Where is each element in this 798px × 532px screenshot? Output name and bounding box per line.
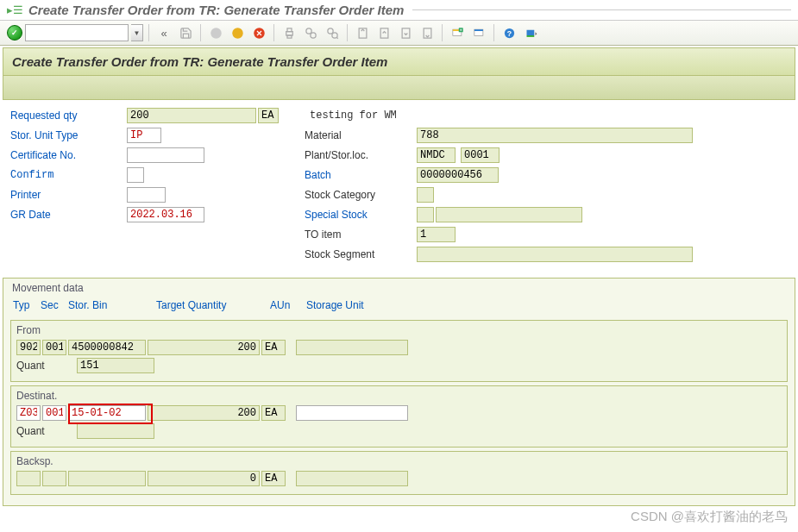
special-stock-num-field	[436, 207, 582, 222]
first-page-icon[interactable]	[353, 23, 372, 42]
command-dropdown[interactable]: ▼	[131, 24, 143, 41]
left-form-column: Requested qty Stor. Unit Type Certificat…	[10, 107, 279, 266]
destinat-title: Destinat.	[16, 390, 782, 402]
testing-text: testing for WM	[310, 110, 397, 122]
stock-category-label: Stock Category	[305, 189, 417, 201]
svg-point-7	[310, 32, 315, 37]
from-typ-field	[16, 340, 41, 355]
certificate-no-label[interactable]: Certificate No.	[10, 149, 127, 161]
window-title-bar: ▸☰ Create Transfer Order from TR: Genera…	[0, 0, 798, 21]
col-sec[interactable]: Sec	[41, 299, 66, 311]
svg-rect-12	[402, 28, 410, 37]
dest-sec-field[interactable]	[42, 405, 66, 421]
find-next-icon[interactable]	[323, 23, 342, 42]
menu-icon[interactable]: ▸☰	[7, 3, 23, 16]
certificate-no-field[interactable]	[127, 147, 204, 163]
requested-qty-label[interactable]: Requested qty	[10, 110, 127, 122]
help-icon[interactable]: ?	[500, 23, 518, 42]
svg-rect-11	[380, 28, 388, 37]
svg-rect-3	[286, 31, 292, 34]
requested-qty-field	[127, 108, 256, 123]
from-qty-field	[148, 340, 260, 355]
plant-stor-label: Plant/Stor.loc.	[305, 149, 417, 161]
right-form-column: testing for WM Material Plant/Stor.loc. …	[305, 107, 693, 266]
col-qty[interactable]: Target Quantity	[156, 299, 268, 311]
to-item-label: TO item	[305, 228, 417, 241]
command-field[interactable]	[25, 24, 129, 41]
backsp-sec-field	[42, 471, 66, 486]
batch-label[interactable]: Batch	[305, 169, 417, 181]
from-bin-field	[68, 340, 146, 355]
new-session-icon[interactable]	[448, 23, 467, 42]
svg-point-8	[327, 28, 332, 33]
window-title: Create Transfer Order from TR: Generate …	[28, 3, 404, 17]
special-stock-ind-field	[417, 207, 434, 222]
stor-loc-field	[461, 147, 500, 163]
col-aun[interactable]: AUn	[270, 299, 305, 311]
next-page-icon[interactable]	[396, 23, 415, 42]
find-icon[interactable]	[301, 23, 320, 42]
dest-quant-label: Quant	[16, 425, 75, 437]
application-toolbar: ✓ ▼ « ?	[0, 21, 798, 46]
svg-point-6	[305, 28, 311, 33]
watermark: CSDN @喜欢打酱油的老鸟	[631, 509, 788, 511]
svg-point-1	[232, 28, 243, 39]
svg-point-9	[331, 32, 336, 37]
printer-label[interactable]: Printer	[10, 189, 127, 201]
cancel-icon[interactable]	[249, 23, 268, 42]
enter-button[interactable]: ✓	[7, 25, 22, 41]
header-sub-band	[3, 76, 795, 100]
confirm-label[interactable]: Confirm	[10, 169, 127, 181]
from-sec-field	[42, 340, 66, 355]
col-bin[interactable]: Stor. Bin	[68, 299, 154, 311]
page-header: Create Transfer Order from TR: Generate …	[3, 47, 795, 76]
dest-quant-field	[77, 423, 154, 439]
backsp-su-field	[296, 471, 408, 486]
movement-column-headers: Typ Sec Stor. Bin Target Quantity AUn St…	[10, 299, 788, 316]
back-icon[interactable]: «	[154, 23, 173, 42]
from-subgroup: From Quant	[10, 320, 788, 382]
exit-icon[interactable]	[228, 23, 247, 42]
backsp-typ-field	[16, 471, 41, 486]
dest-typ-field[interactable]	[16, 405, 41, 421]
gr-date-label[interactable]: GR Date	[10, 209, 127, 221]
save-icon[interactable]	[176, 23, 195, 42]
last-page-icon[interactable]	[418, 23, 437, 42]
gr-date-field[interactable]	[127, 207, 204, 222]
stock-segment-label: Stock Segment	[305, 248, 417, 260]
svg-rect-22	[526, 35, 534, 37]
from-quant-label: Quant	[16, 360, 75, 372]
requested-qty-uom	[258, 108, 279, 123]
batch-field	[417, 167, 499, 183]
movement-data-group: Movement data Typ Sec Stor. Bin Target Q…	[3, 278, 795, 506]
from-title: From	[16, 324, 782, 336]
printer-field[interactable]	[127, 187, 166, 203]
col-su[interactable]: Storage Unit	[306, 299, 410, 311]
stor-unit-type-field[interactable]	[127, 128, 161, 143]
prev-page-icon[interactable]	[374, 23, 393, 42]
backsp-aun-field	[261, 471, 286, 486]
confirm-field[interactable]	[127, 167, 144, 183]
layout-icon[interactable]	[469, 23, 488, 42]
dest-su-field[interactable]	[296, 405, 408, 421]
dest-bin-field[interactable]	[68, 405, 146, 421]
backsp-bin-field	[68, 471, 146, 486]
print-icon[interactable]	[280, 23, 298, 42]
material-label: Material	[305, 129, 417, 141]
backsp-qty-field	[148, 471, 260, 486]
back-nav-icon[interactable]	[206, 23, 225, 42]
from-su-field	[296, 340, 408, 355]
material-field	[417, 128, 693, 143]
destinat-subgroup: Destinat. Quant	[10, 385, 788, 448]
dest-aun-field	[261, 405, 286, 421]
stor-unit-type-label[interactable]: Stor. Unit Type	[10, 129, 127, 141]
svg-rect-4	[287, 28, 292, 31]
to-item-field	[417, 227, 456, 242]
svg-text:?: ?	[506, 28, 511, 37]
settings-icon[interactable]	[521, 23, 540, 42]
svg-rect-21	[526, 29, 534, 34]
col-typ[interactable]: Typ	[13, 299, 39, 311]
special-stock-label[interactable]: Special Stock	[305, 209, 417, 221]
stock-category-field	[417, 187, 434, 203]
plant-field	[417, 147, 456, 163]
